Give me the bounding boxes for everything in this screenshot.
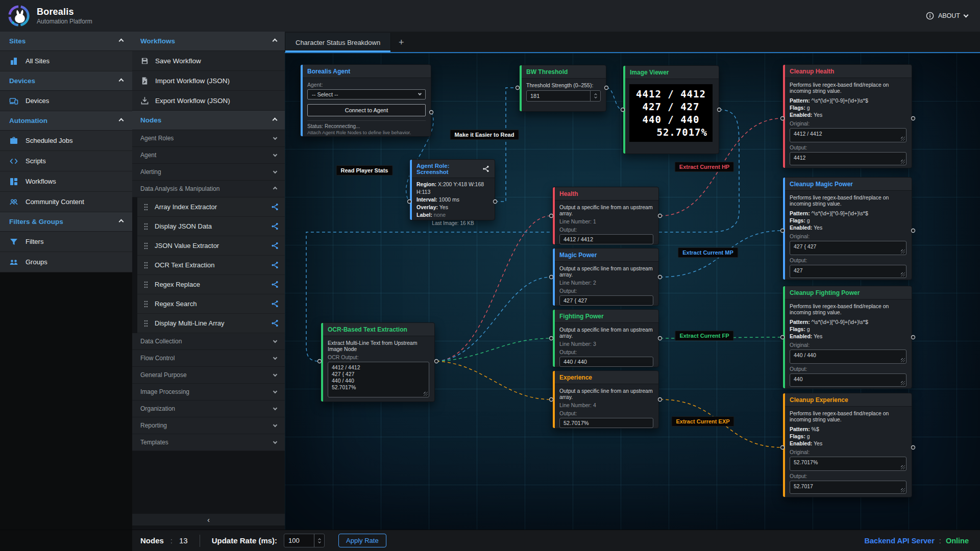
sidebar-item-filters[interactable]: Filters <box>0 232 132 252</box>
number-spinner[interactable] <box>314 534 324 547</box>
output-field[interactable]: 52.7017% <box>559 418 653 428</box>
update-rate-input[interactable]: 100 <box>284 534 325 547</box>
node-category-image-processing[interactable]: Image Processing <box>132 384 285 400</box>
original-textarea[interactable]: 440 / 440 <box>790 349 906 364</box>
sidebar-item-scheduled-jobs[interactable]: Scheduled Jobs <box>0 131 132 151</box>
sidebar-section-sites[interactable]: Sites <box>0 32 132 51</box>
sidebar-item-devices[interactable]: Devices <box>0 91 132 111</box>
agent-select[interactable]: -- Select -- <box>307 89 426 99</box>
resize-handle-icon[interactable] <box>901 488 905 492</box>
node-category-flow-control[interactable]: Flow Control <box>132 350 285 367</box>
workflow-canvas[interactable]: Borealis Agent Agent: -- Select -- Conne… <box>285 53 980 530</box>
output-field[interactable]: 440 / 440 <box>559 357 653 367</box>
node-borealis-agent[interactable]: Borealis Agent Agent: -- Select -- Conne… <box>300 64 431 137</box>
save-workflow-button[interactable]: Save Workflow <box>132 51 285 71</box>
sidebar-item-community-content[interactable]: Community Content <box>0 192 132 212</box>
spinner-down-icon[interactable] <box>318 540 321 543</box>
original-textarea[interactable]: 4412 / 4412 <box>790 128 906 142</box>
resize-handle-icon[interactable] <box>901 249 905 254</box>
share-node-icon[interactable] <box>271 242 279 249</box>
node-image-viewer[interactable]: Image Viewer 4412 / 4412 427 / 427 440 /… <box>623 65 719 154</box>
output-field[interactable]: 4412 / 4412 <box>559 234 653 244</box>
node-category-data-analysis[interactable]: Data Analysis & Manipulation <box>132 181 285 197</box>
sidebar-item-workflows[interactable]: Workflows <box>0 171 132 192</box>
export-workflow-button[interactable]: Export Workflow (JSON) <box>132 91 285 111</box>
sidebar-section-devices[interactable]: Devices <box>0 71 132 91</box>
node-fighting-power[interactable]: Fighting Power Output a specific line fr… <box>552 309 659 367</box>
drag-handle-icon[interactable] <box>143 203 149 211</box>
node-cleanup-experience[interactable]: Cleanup Experience Performs live regex-b… <box>782 393 912 497</box>
nodes-panel-header[interactable]: Nodes <box>132 111 285 130</box>
resize-handle-icon[interactable] <box>901 358 905 362</box>
share-node-icon[interactable] <box>271 222 279 230</box>
node-category-general-purpose[interactable]: General Purpose <box>132 367 285 384</box>
sidebar-item-scripts[interactable]: Scripts <box>0 151 132 171</box>
node-ocr-text-extraction[interactable]: OCR-Based Text Extraction Extract Multi-… <box>321 322 435 402</box>
output-textarea[interactable]: 52.7017 <box>790 481 906 494</box>
node-category-reporting[interactable]: Reporting <box>132 417 285 434</box>
resize-handle-icon[interactable] <box>901 137 905 141</box>
share-node-icon[interactable] <box>271 319 279 327</box>
node-cleanup-health[interactable]: Cleanup Health Performs live regex-based… <box>782 64 912 168</box>
node-category-agent[interactable]: Agent <box>132 147 285 164</box>
resize-handle-icon[interactable] <box>901 272 905 277</box>
drag-handle-icon[interactable] <box>143 319 149 328</box>
sidebar-section-filters-groups[interactable]: Filters & Groups <box>0 212 132 232</box>
node-entry-array-index-extractor[interactable]: Array Index Extractor <box>137 197 285 217</box>
sidebar-item-groups[interactable]: Groups <box>0 252 132 272</box>
sidebar-item-all-sites[interactable]: All Sites <box>0 51 132 71</box>
drag-handle-icon[interactable] <box>143 281 149 289</box>
node-category-organization[interactable]: Organization <box>132 400 285 417</box>
node-entry-json-value-extractor[interactable]: JSON Value Extractor <box>137 236 285 256</box>
ocr-output-textarea[interactable]: 4412 / 4412 427 { 427 440 / 440 52.7017% <box>328 362 429 397</box>
tab-character-status-breakdown[interactable]: Character Status Breakdown <box>285 33 391 52</box>
import-workflow-button[interactable]: Import Workflow (JSON) <box>132 71 285 91</box>
output-textarea[interactable]: 4412 <box>790 152 906 165</box>
resize-handle-icon[interactable] <box>901 160 905 164</box>
drag-handle-icon[interactable] <box>143 261 149 269</box>
share-icon[interactable] <box>482 165 489 172</box>
node-category-templates[interactable]: Templates <box>132 434 285 451</box>
output-textarea[interactable]: 427 <box>790 265 906 278</box>
new-tab-button[interactable]: + <box>391 33 411 52</box>
original-textarea[interactable]: 427 { 427 <box>790 241 906 255</box>
number-spinner[interactable] <box>590 91 600 101</box>
node-magic-power[interactable]: Magic Power Output a specific line from … <box>552 248 659 306</box>
resize-handle-icon[interactable] <box>901 381 905 385</box>
threshold-value: 181 <box>527 91 590 101</box>
spinner-down-icon[interactable] <box>594 95 597 98</box>
node-category-data-collection[interactable]: Data Collection <box>132 333 285 350</box>
about-menu[interactable]: ABOUT <box>926 12 968 20</box>
drag-handle-icon[interactable] <box>143 222 149 231</box>
output-field[interactable]: 427 { 427 <box>559 295 653 306</box>
node-cleanup-fighting-power[interactable]: Cleanup Fighting Power Performs live reg… <box>782 286 912 389</box>
node-entry-display-multi-line-array[interactable]: Display Multi-Line Array <box>137 314 285 333</box>
node-cleanup-magic-power[interactable]: Cleanup Magic Power Performs live regex-… <box>782 177 912 280</box>
resize-handle-icon[interactable] <box>424 392 428 396</box>
share-node-icon[interactable] <box>271 203 279 211</box>
panel-collapse-button[interactable]: ‹ <box>132 514 285 525</box>
share-node-icon[interactable] <box>271 261 279 269</box>
drag-handle-icon[interactable] <box>143 242 149 250</box>
node-category-agent-roles[interactable]: Agent Roles <box>132 130 285 147</box>
node-entry-display-json-data[interactable]: Display JSON Data <box>137 217 285 236</box>
node-bw-threshold[interactable]: BW Threshold Threshold Strength (0–255):… <box>519 65 606 112</box>
workflows-panel-header[interactable]: Workflows <box>132 32 285 51</box>
sidebar-section-automation[interactable]: Automation <box>0 111 132 131</box>
threshold-input[interactable]: 181 <box>526 90 601 102</box>
resize-handle-icon[interactable] <box>901 465 905 469</box>
connect-to-agent-button[interactable]: Connect to Agent <box>307 104 426 116</box>
apply-rate-button[interactable]: Apply Rate <box>338 534 386 547</box>
node-agent-role-screenshot[interactable]: Agent Role: Screenshot Region: X:200 Y:4… <box>409 159 495 220</box>
output-textarea[interactable]: 440 <box>790 373 906 387</box>
node-entry-regex-replace[interactable]: Regex Replace <box>137 275 285 294</box>
node-experience[interactable]: Experience Output a specific line from a… <box>552 370 659 429</box>
node-health[interactable]: Health Output a specific line from an up… <box>552 187 659 245</box>
drag-handle-icon[interactable] <box>143 300 149 308</box>
share-node-icon[interactable] <box>271 300 279 308</box>
node-category-alerting[interactable]: Alerting <box>132 164 285 181</box>
node-entry-ocr-text-extraction[interactable]: OCR Text Extraction <box>137 256 285 275</box>
original-textarea[interactable]: 52.7017% <box>790 457 906 471</box>
share-node-icon[interactable] <box>271 281 279 288</box>
node-entry-regex-search[interactable]: Regex Search <box>137 294 285 314</box>
